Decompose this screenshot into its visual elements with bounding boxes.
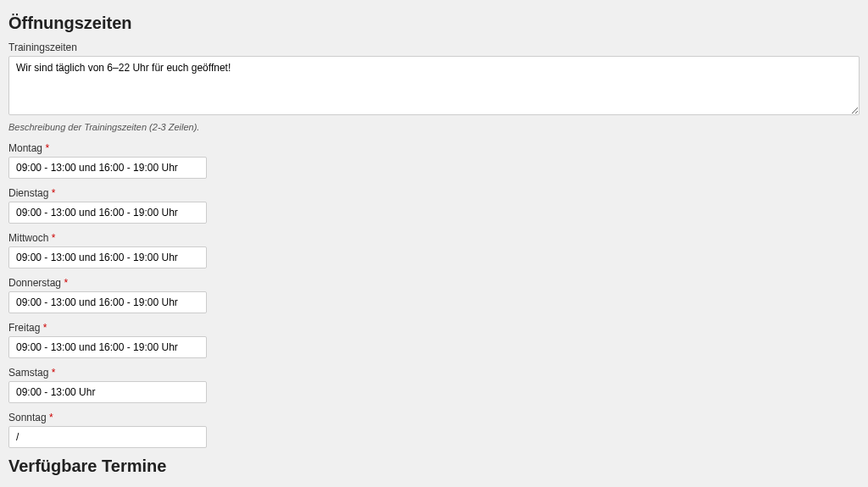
- wednesday-label: Mittwoch *: [8, 232, 860, 244]
- monday-label: Montag *: [8, 142, 860, 154]
- training-times-hint: Beschreibung der Trainingszeiten (2-3 Ze…: [8, 121, 860, 134]
- friday-input[interactable]: [8, 336, 207, 358]
- opening-hours-heading: Öffnungszeiten: [8, 14, 860, 33]
- tuesday-input[interactable]: [8, 202, 207, 224]
- training-times-textarea[interactable]: [8, 56, 860, 115]
- tuesday-label: Dienstag *: [8, 187, 860, 199]
- monday-input[interactable]: [8, 157, 207, 179]
- wednesday-input[interactable]: [8, 246, 207, 268]
- thursday-label: Donnerstag *: [8, 277, 860, 289]
- thursday-input[interactable]: [8, 291, 207, 313]
- sunday-input[interactable]: [8, 426, 207, 448]
- sunday-label: Sonntag *: [8, 412, 860, 423]
- training-times-label: Trainingszeiten: [8, 42, 860, 53]
- friday-label: Freitag *: [8, 322, 860, 334]
- saturday-label: Samstag *: [8, 367, 860, 379]
- available-slots-heading: Verfügbare Termine: [8, 457, 860, 476]
- saturday-input[interactable]: [8, 381, 207, 403]
